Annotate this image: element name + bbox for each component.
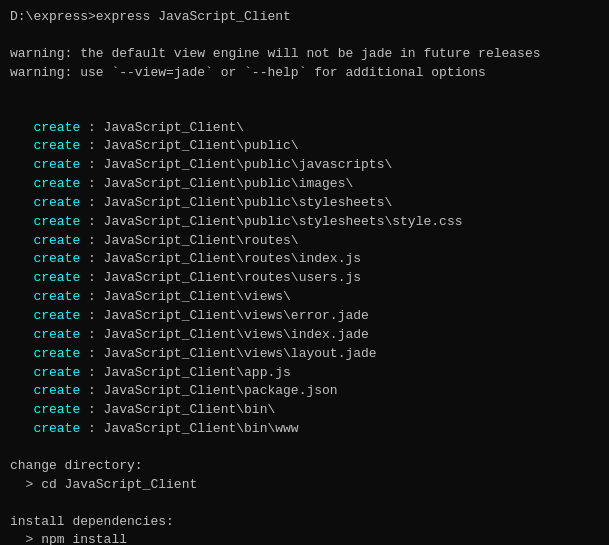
blank-line (10, 27, 599, 45)
create-line: create : JavaScript_Client\routes\ (10, 232, 599, 251)
change-dir-cmd: > cd JavaScript_Client (10, 476, 599, 495)
blank-line (10, 495, 599, 513)
create-value: : JavaScript_Client\bin\ (80, 402, 275, 417)
create-value: : JavaScript_Client\public\javascripts\ (80, 157, 392, 172)
create-value: : JavaScript_Client\app.js (80, 365, 291, 380)
create-label: create (10, 365, 80, 380)
create-label: create (10, 120, 80, 135)
create-label: create (10, 270, 80, 285)
create-line: create : JavaScript_Client\views\index.j… (10, 326, 599, 345)
warning-line-1: warning: the default view engine will no… (10, 45, 599, 64)
create-line: create : JavaScript_Client\public\javasc… (10, 156, 599, 175)
create-label: create (10, 195, 80, 210)
warning-line-2: warning: use `--view=jade` or `--help` f… (10, 64, 599, 83)
create-line: create : JavaScript_Client\routes\index.… (10, 250, 599, 269)
create-value: : JavaScript_Client\routes\ (80, 233, 298, 248)
create-value: : JavaScript_Client\views\ (80, 289, 291, 304)
create-value: : JavaScript_Client\routes\index.js (80, 251, 361, 266)
create-line: create : JavaScript_Client\bin\www (10, 420, 599, 439)
create-label: create (10, 176, 80, 191)
create-label: create (10, 383, 80, 398)
create-label: create (10, 421, 80, 436)
terminal-window: D:\express>express JavaScript_Client war… (0, 0, 609, 545)
create-value: : JavaScript_Client\public\stylesheets\s… (80, 214, 462, 229)
blank-line (10, 83, 599, 101)
create-line: create : JavaScript_Client\public\ (10, 137, 599, 156)
create-label: create (10, 157, 80, 172)
prompt-line: D:\express>express JavaScript_Client (10, 8, 599, 27)
install-label: install dependencies: (10, 513, 599, 532)
create-value: : JavaScript_Client\public\images\ (80, 176, 353, 191)
create-value: : JavaScript_Client\views\error.jade (80, 308, 369, 323)
create-label: create (10, 233, 80, 248)
create-line: create : JavaScript_Client\app.js (10, 364, 599, 383)
create-value: : JavaScript_Client\views\index.jade (80, 327, 369, 342)
change-dir-label: change directory: (10, 457, 599, 476)
create-line: create : JavaScript_Client\public\styles… (10, 194, 599, 213)
create-line: create : JavaScript_Client\views\layout.… (10, 345, 599, 364)
create-value: : JavaScript_Client\public\ (80, 138, 298, 153)
create-value: : JavaScript_Client\ (80, 120, 244, 135)
install-cmd: > npm install (10, 531, 599, 545)
create-value: : JavaScript_Client\public\stylesheets\ (80, 195, 392, 210)
blank-line (10, 439, 599, 457)
create-line: create : JavaScript_Client\public\images… (10, 175, 599, 194)
create-label: create (10, 402, 80, 417)
create-line: create : JavaScript_Client\routes\users.… (10, 269, 599, 288)
create-line: create : JavaScript_Client\bin\ (10, 401, 599, 420)
create-label: create (10, 308, 80, 323)
create-label: create (10, 346, 80, 361)
create-value: : JavaScript_Client\package.json (80, 383, 337, 398)
create-label: create (10, 327, 80, 342)
create-line: create : JavaScript_Client\views\ (10, 288, 599, 307)
create-line: create : JavaScript_Client\package.json (10, 382, 599, 401)
create-line: create : JavaScript_Client\views\error.j… (10, 307, 599, 326)
create-label: create (10, 214, 80, 229)
create-label: create (10, 251, 80, 266)
create-line: create : JavaScript_Client\ (10, 119, 599, 138)
create-line: create : JavaScript_Client\public\styles… (10, 213, 599, 232)
create-value: : JavaScript_Client\routes\users.js (80, 270, 361, 285)
blank-line (10, 101, 599, 119)
create-label: create (10, 138, 80, 153)
create-value: : JavaScript_Client\bin\www (80, 421, 298, 436)
create-label: create (10, 289, 80, 304)
create-value: : JavaScript_Client\views\layout.jade (80, 346, 376, 361)
